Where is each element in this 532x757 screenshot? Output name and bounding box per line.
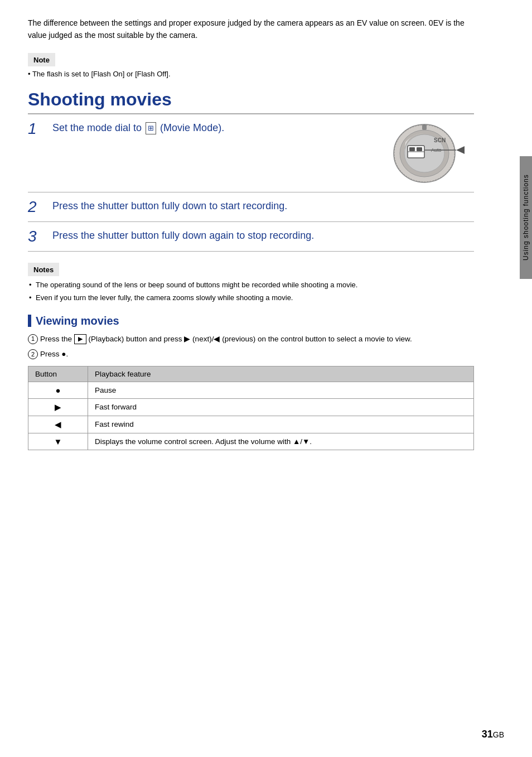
page-number-area: 31GB — [482, 729, 504, 740]
circle-1: 1 — [28, 334, 38, 344]
step-1-number: 1 — [28, 121, 48, 137]
svg-marker-11 — [456, 146, 465, 154]
sidebar-tab: Using shooting functions — [520, 156, 532, 279]
page-suffix: GB — [493, 730, 504, 739]
note-item-2: Even if you turn the lever fully, the ca… — [28, 292, 474, 303]
section-title: Shooting movies — [28, 89, 474, 110]
svg-text:SCN: SCN — [434, 137, 446, 143]
table-cell-button-3: ◀ — [28, 416, 88, 433]
step-3-number: 3 — [28, 229, 48, 244]
table-cell-feature-3: Fast rewind — [88, 416, 473, 433]
table-row: ◀ Fast rewind — [28, 416, 474, 433]
step-1-text: Set the mode dial to ⊞ (Movie Mode). — [52, 121, 374, 135]
table-cell-feature-4: Displays the volume control screen. Adju… — [88, 433, 473, 450]
notes-label: Notes — [33, 266, 54, 274]
svg-rect-4 — [409, 147, 415, 151]
table-row: ▼ Displays the volume control screen. Ad… — [28, 433, 474, 450]
mode-dial-svg: SCN Auto — [381, 121, 467, 185]
viewing-step-1: 1 Press the ▶ (Playback) button and pres… — [28, 333, 474, 345]
note-box: Note — [28, 53, 55, 66]
table-row: ▶ Fast forward — [28, 398, 474, 416]
step-1: 1 Set the mode dial to ⊞ (Movie Mode). — [28, 114, 474, 192]
step-3-text: Press the shutter button fully down agai… — [52, 229, 474, 243]
step-2-text: Press the shutter button fully down to s… — [52, 199, 474, 213]
table-cell-button-2: ▶ — [28, 398, 88, 416]
table-cell-button-1: ● — [28, 382, 88, 398]
playback-table: Button Playback feature ● Pause ▶ Fast f… — [28, 366, 474, 450]
svg-rect-9 — [422, 124, 427, 130]
sidebar-label: Using shooting functions — [522, 175, 530, 261]
viewing-title: Viewing movies — [28, 315, 474, 327]
table-header-feature: Playback feature — [88, 366, 473, 382]
note-text: • The flash is set to [Flash On] or [Fla… — [28, 70, 474, 78]
notes-box: Notes — [28, 263, 59, 276]
note-item-1: The operating sound of the lens or beep … — [28, 279, 474, 291]
step-2: 2 Press the shutter button fully down to… — [28, 192, 474, 222]
step-3: 3 Press the shutter button fully down ag… — [28, 222, 474, 252]
page-number: 31 — [482, 729, 493, 740]
table-cell-button-4: ▼ — [28, 433, 88, 450]
step-2-number: 2 — [28, 199, 48, 215]
subsection-bar — [28, 315, 31, 327]
svg-rect-5 — [417, 147, 422, 151]
table-cell-feature-2: Fast forward — [88, 398, 473, 416]
circle-2: 2 — [28, 349, 38, 359]
table-header-button: Button — [28, 366, 88, 382]
table-row: ● Pause — [28, 382, 474, 398]
table-cell-feature-1: Pause — [88, 382, 473, 398]
intro-paragraph: The difference between the settings and … — [28, 17, 474, 42]
step-1-image: SCN Auto — [374, 121, 474, 185]
note-label: Note — [33, 56, 50, 64]
playback-icon: ▶ — [74, 334, 86, 344]
notes-list: The operating sound of the lens or beep … — [28, 279, 474, 303]
viewing-step-2: 2 Press ●. — [28, 348, 474, 360]
